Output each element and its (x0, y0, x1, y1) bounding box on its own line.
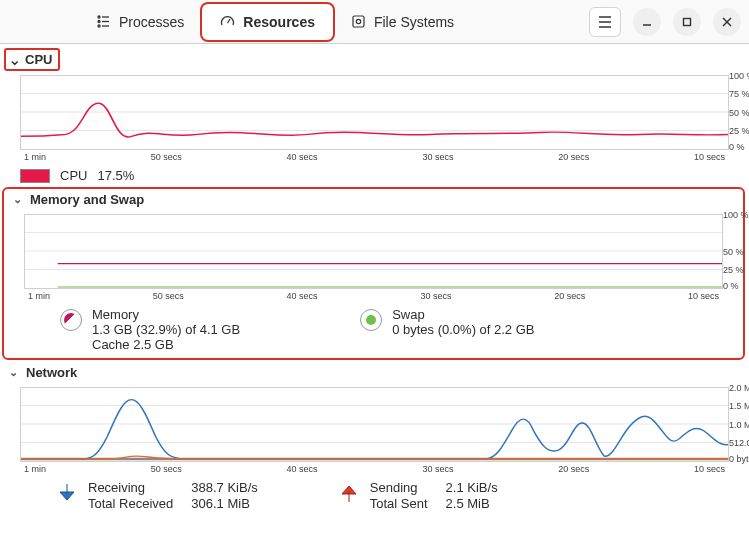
network-yaxis: 2.0 MiB/s 1.5 MiB/s 1.0 MiB/s 512.0 KiB/… (729, 387, 749, 474)
xlabel: 10 secs (694, 152, 725, 162)
xlabel: 40 secs (287, 152, 318, 162)
ylabel: 50 % (723, 247, 744, 257)
memory-cache: Cache 2.5 GB (92, 337, 240, 352)
upload-arrow-icon (338, 482, 360, 504)
process-list-icon (96, 14, 111, 29)
memory-info: Memory 1.3 GB (32.9%) of 4.1 GB Cache 2.… (60, 307, 240, 352)
ylabel: 100 % (729, 71, 749, 81)
memswap-section-header[interactable]: ⌄ Memory and Swap (4, 189, 743, 210)
ylabel: 512.0 KiB/s (729, 438, 749, 448)
network-xaxis: 1 min 50 secs 40 secs 30 secs 20 secs 10… (20, 464, 729, 474)
xlabel: 30 secs (422, 152, 453, 162)
ylabel: 50 % (729, 108, 749, 118)
xlabel: 10 secs (688, 291, 719, 301)
cpu-section-header[interactable]: ⌄ CPU (4, 48, 60, 71)
svg-rect-13 (684, 18, 691, 25)
xlabel: 20 secs (554, 291, 585, 301)
xlabel: 30 secs (422, 464, 453, 474)
rx-total-label: Total Received (88, 496, 173, 511)
xlabel: 50 secs (153, 291, 184, 301)
xlabel: 50 secs (151, 464, 182, 474)
svg-point-4 (98, 25, 100, 27)
svg-rect-7 (353, 16, 364, 27)
memswap-chart: 100 % 50 % 25 % 0 % 1 min 50 secs 40 sec… (24, 214, 723, 301)
memory-swap-section: ⌄ Memory and Swap 100 % 50 % 25 % 0 % 1 … (2, 187, 745, 360)
chevron-down-icon: ⌄ (10, 193, 24, 206)
headerbar: Processes Resources File Systems (0, 0, 749, 44)
receiving-info: Receiving 388.7 KiB/s Total Received 306… (56, 480, 258, 511)
xlabel: 40 secs (287, 291, 318, 301)
cpu-section: ⌄ CPU 100 % 75 % 50 % 25 % 0 % 1 min 50 … (0, 44, 749, 183)
network-title: Network (26, 365, 77, 380)
tab-filesystems[interactable]: File Systems (333, 4, 472, 40)
network-section-header[interactable]: ⌄ Network (0, 362, 749, 383)
memory-usage: 1.3 GB (32.9%) of 4.1 GB (92, 322, 240, 337)
xlabel: 1 min (28, 291, 50, 301)
ylabel: 0 % (723, 281, 739, 291)
ylabel: 100 % (723, 210, 749, 220)
tx-rate: 2.1 KiB/s (446, 480, 498, 495)
ylabel: 25 % (723, 265, 744, 275)
memswap-info: Memory 1.3 GB (32.9%) of 4.1 GB Cache 2.… (60, 307, 743, 352)
xlabel: 10 secs (694, 464, 725, 474)
svg-line-6 (228, 19, 231, 23)
tab-processes[interactable]: Processes (78, 4, 202, 40)
ylabel: 1.0 MiB/s (729, 420, 749, 430)
cpu-xaxis: 1 min 50 secs 40 secs 30 secs 20 secs 10… (20, 152, 729, 162)
tx-total: 2.5 MiB (446, 496, 498, 511)
cpu-legend: CPU 17.5% (20, 168, 749, 183)
tab-filesystems-label: File Systems (374, 14, 454, 30)
xlabel: 1 min (24, 152, 46, 162)
window-buttons (589, 7, 741, 37)
memory-label: Memory (92, 307, 240, 322)
rx-label: Receiving (88, 480, 173, 495)
svg-point-0 (98, 16, 100, 18)
rx-total: 306.1 MiB (191, 496, 258, 511)
maximize-button[interactable] (673, 8, 701, 36)
network-info: Receiving 388.7 KiB/s Total Received 306… (56, 480, 749, 511)
xlabel: 30 secs (420, 291, 451, 301)
memory-pie-icon[interactable] (60, 309, 82, 331)
xlabel: 20 secs (558, 152, 589, 162)
memswap-title: Memory and Swap (30, 192, 144, 207)
close-button[interactable] (713, 8, 741, 36)
cpu-percent: 17.5% (97, 168, 134, 183)
menu-button[interactable] (589, 7, 621, 37)
minimize-button[interactable] (633, 8, 661, 36)
ylabel: 75 % (729, 89, 749, 99)
tab-resources[interactable]: Resources (202, 4, 333, 40)
network-chart: 2.0 MiB/s 1.5 MiB/s 1.0 MiB/s 512.0 KiB/… (20, 387, 729, 474)
tabset: Processes Resources File Systems (78, 4, 472, 40)
cpu-chart: 100 % 75 % 50 % 25 % 0 % 1 min 50 secs 4… (20, 75, 729, 162)
tx-label: Sending (370, 480, 428, 495)
chevron-down-icon: ⌄ (6, 366, 20, 379)
svg-point-8 (356, 19, 360, 23)
rx-rate: 388.7 KiB/s (191, 480, 258, 495)
memswap-xaxis: 1 min 50 secs 40 secs 30 secs 20 secs 10… (24, 291, 723, 301)
xlabel: 1 min (24, 464, 46, 474)
memswap-yaxis: 100 % 50 % 25 % 0 % (723, 214, 749, 301)
svg-point-2 (98, 21, 100, 23)
speedometer-icon (220, 14, 235, 29)
tx-total-label: Total Sent (370, 496, 428, 511)
download-arrow-icon (56, 482, 78, 504)
swap-label: Swap (392, 307, 534, 322)
disk-icon (351, 14, 366, 29)
sending-info: Sending 2.1 KiB/s Total Sent 2.5 MiB (338, 480, 498, 511)
cpu-swatch[interactable] (20, 169, 50, 183)
ylabel: 0 % (729, 142, 745, 152)
cpu-yaxis: 100 % 75 % 50 % 25 % 0 % (729, 75, 749, 162)
ylabel: 2.0 MiB/s (729, 383, 749, 393)
swap-info: Swap 0 bytes (0.0%) of 2.2 GB (360, 307, 534, 352)
xlabel: 20 secs (558, 464, 589, 474)
network-section: ⌄ Network 2.0 MiB/s 1.5 MiB/s 1.0 MiB/s … (0, 362, 749, 511)
swap-pie-icon[interactable] (360, 309, 382, 331)
cpu-title: CPU (25, 52, 52, 67)
chevron-down-icon: ⌄ (8, 50, 21, 69)
xlabel: 50 secs (151, 152, 182, 162)
tab-processes-label: Processes (119, 14, 184, 30)
ylabel: 0 bytes/s (729, 454, 749, 464)
ylabel: 1.5 MiB/s (729, 401, 749, 411)
ylabel: 25 % (729, 126, 749, 136)
cpu-legend-label: CPU (60, 168, 87, 183)
